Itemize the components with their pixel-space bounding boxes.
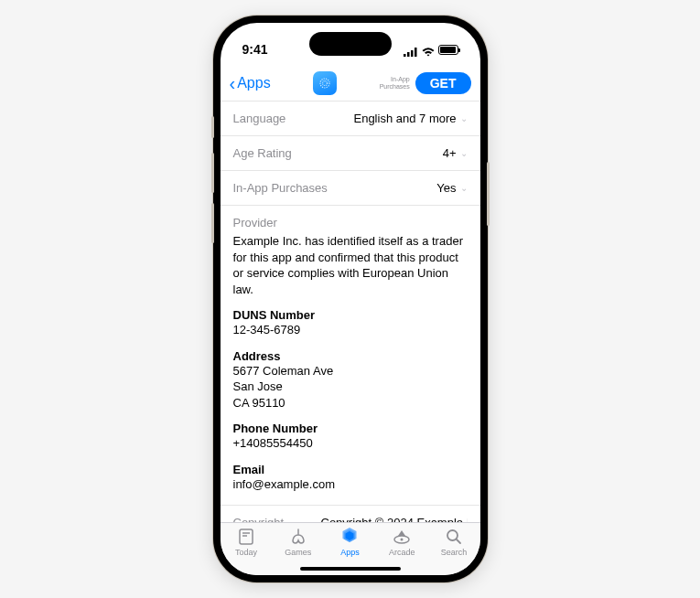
home-indicator <box>300 567 401 571</box>
wifi-icon <box>422 45 435 54</box>
svg-rect-0 <box>404 54 406 57</box>
app-icon[interactable] <box>313 71 337 95</box>
tab-today[interactable]: Today <box>221 527 273 575</box>
tab-label: Games <box>285 548 311 557</box>
side-button <box>211 116 214 138</box>
row-language[interactable]: Language English and 7 more ⌄ <box>221 101 480 136</box>
screen: 9:41 ‹ Apps <box>221 23 480 575</box>
svg-point-4 <box>320 79 329 88</box>
apps-icon <box>339 527 361 547</box>
info-phone: Phone Number +14085554450 <box>233 422 468 452</box>
svg-point-10 <box>401 539 404 541</box>
tab-label: Arcade <box>389 548 415 557</box>
chevron-left-icon: ‹ <box>230 74 236 92</box>
info-email: Email info@example.com <box>233 463 468 493</box>
chevron-down-icon: ⌄ <box>460 183 468 193</box>
back-label: Apps <box>237 75 270 91</box>
cellular-signal-icon <box>404 45 418 54</box>
row-value: Yes <box>436 181 456 195</box>
row-age-rating[interactable]: Age Rating 4+ ⌄ <box>221 136 480 171</box>
row-label: In-App Purchases <box>233 181 328 195</box>
volume-up-button <box>211 153 214 193</box>
chevron-down-icon: ⌄ <box>460 113 468 123</box>
info-address: Address 5677 Coleman Ave San Jose CA 951… <box>233 349 468 411</box>
tab-label: Today <box>235 548 257 557</box>
row-iap[interactable]: In-App Purchases Yes ⌄ <box>221 171 480 206</box>
today-icon <box>235 527 257 547</box>
svg-rect-1 <box>407 52 410 57</box>
row-label: Age Rating <box>233 146 292 160</box>
svg-rect-3 <box>415 48 417 57</box>
row-value: English and 7 more <box>353 112 456 125</box>
svg-line-12 <box>457 539 460 543</box>
tab-search[interactable]: Search <box>428 527 480 575</box>
tab-label: Search <box>441 548 468 557</box>
get-button[interactable]: GET <box>415 72 471 94</box>
svg-point-5 <box>323 80 328 85</box>
back-button[interactable]: ‹ Apps <box>230 74 271 92</box>
svg-rect-6 <box>240 529 253 544</box>
section-provider: Provider Example Inc. has identified its… <box>221 206 480 506</box>
row-value: 4+ <box>443 146 457 160</box>
volume-down-button <box>211 203 214 243</box>
phone-frame: 9:41 ‹ Apps <box>213 16 488 582</box>
arcade-icon <box>391 527 413 547</box>
nav-bar: ‹ Apps In-App Purchases GET <box>221 65 480 101</box>
power-button <box>487 162 490 226</box>
row-copyright[interactable]: Copyright Copyright © 2024 Example I ⌄ <box>221 506 480 522</box>
tab-label: Apps <box>340 548 360 557</box>
chevron-down-icon: ⌄ <box>460 148 468 158</box>
dynamic-island <box>309 32 392 56</box>
svg-point-11 <box>447 530 458 540</box>
iap-note: In-App Purchases <box>380 76 410 90</box>
provider-text: Example Inc. has identified itself as a … <box>233 233 468 297</box>
svg-rect-2 <box>411 50 414 57</box>
provider-title: Provider <box>233 216 468 230</box>
games-icon <box>287 527 309 547</box>
row-label: Language <box>233 112 286 125</box>
search-icon <box>443 527 465 547</box>
battery-icon <box>438 45 458 55</box>
info-duns: DUNS Number 12-345-6789 <box>233 308 468 338</box>
content-scroll[interactable]: Language English and 7 more ⌄ Age Rating… <box>221 101 480 522</box>
